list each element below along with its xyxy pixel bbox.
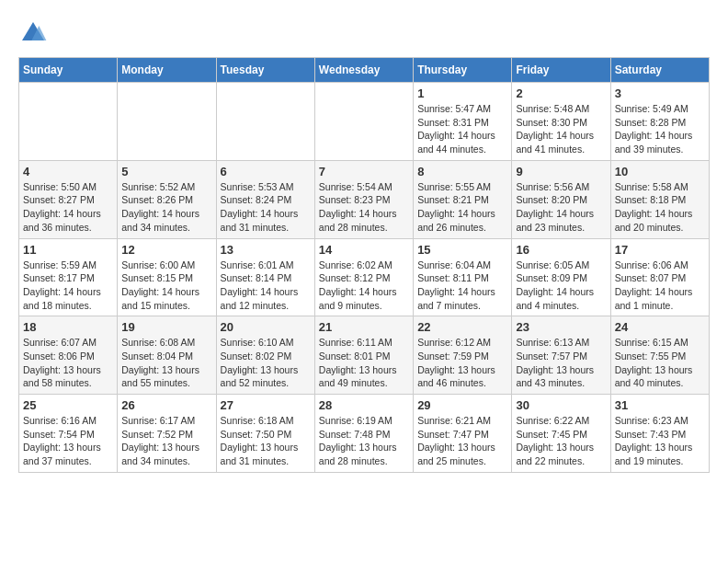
day-info: Sunrise: 5:59 AM Sunset: 8:17 PM Dayligh… [23, 259, 113, 313]
day-number: 10 [615, 165, 705, 178]
logo-icon [18, 18, 48, 48]
calendar-cell: 7Sunrise: 5:54 AM Sunset: 8:23 PM Daylig… [314, 160, 413, 238]
day-info: Sunrise: 6:08 AM Sunset: 8:04 PM Dayligh… [121, 336, 211, 390]
calendar-cell: 3Sunrise: 5:49 AM Sunset: 8:28 PM Daylig… [610, 83, 709, 161]
calendar-cell: 16Sunrise: 6:05 AM Sunset: 8:09 PM Dayli… [512, 238, 610, 316]
day-info: Sunrise: 6:16 AM Sunset: 7:54 PM Dayligh… [23, 414, 113, 468]
day-info: Sunrise: 6:21 AM Sunset: 7:47 PM Dayligh… [417, 414, 507, 468]
day-number: 28 [319, 398, 409, 412]
day-number: 5 [121, 165, 211, 178]
day-number: 1 [417, 86, 507, 100]
day-header-thursday: Thursday [414, 58, 512, 83]
week-row-5: 25Sunrise: 6:16 AM Sunset: 7:54 PM Dayli… [19, 395, 710, 473]
week-row-1: 1Sunrise: 5:47 AM Sunset: 8:31 PM Daylig… [19, 83, 710, 161]
day-number: 26 [121, 398, 211, 412]
calendar-cell: 30Sunrise: 6:22 AM Sunset: 7:45 PM Dayli… [512, 395, 610, 473]
calendar-cell: 8Sunrise: 5:55 AM Sunset: 8:21 PM Daylig… [414, 160, 512, 238]
calendar-header: SundayMondayTuesdayWednesdayThursdayFrid… [19, 58, 710, 83]
day-info: Sunrise: 6:15 AM Sunset: 7:55 PM Dayligh… [615, 336, 705, 390]
calendar-cell [19, 83, 118, 161]
day-number: 12 [121, 243, 211, 257]
day-header-friday: Friday [512, 58, 610, 83]
day-number: 24 [615, 320, 705, 334]
day-info: Sunrise: 6:23 AM Sunset: 7:43 PM Dayligh… [615, 414, 705, 468]
day-info: Sunrise: 5:50 AM Sunset: 8:27 PM Dayligh… [23, 180, 113, 235]
day-info: Sunrise: 6:05 AM Sunset: 8:09 PM Dayligh… [516, 259, 606, 313]
calendar-cell [216, 83, 314, 161]
day-number: 18 [23, 320, 113, 334]
calendar-cell: 5Sunrise: 5:52 AM Sunset: 8:26 PM Daylig… [118, 160, 216, 238]
calendar-cell: 19Sunrise: 6:08 AM Sunset: 8:04 PM Dayli… [118, 316, 216, 395]
day-number: 8 [417, 165, 507, 178]
week-row-3: 11Sunrise: 5:59 AM Sunset: 8:17 PM Dayli… [19, 238, 710, 316]
day-info: Sunrise: 5:56 AM Sunset: 8:20 PM Dayligh… [516, 180, 606, 235]
calendar-cell: 6Sunrise: 5:53 AM Sunset: 8:24 PM Daylig… [216, 160, 314, 238]
day-info: Sunrise: 6:04 AM Sunset: 8:11 PM Dayligh… [417, 259, 507, 313]
day-info: Sunrise: 6:19 AM Sunset: 7:48 PM Dayligh… [319, 414, 409, 468]
day-info: Sunrise: 5:47 AM Sunset: 8:31 PM Dayligh… [417, 102, 507, 156]
day-info: Sunrise: 6:02 AM Sunset: 8:12 PM Dayligh… [319, 259, 409, 313]
week-row-4: 18Sunrise: 6:07 AM Sunset: 8:06 PM Dayli… [19, 316, 710, 395]
day-number: 20 [221, 320, 311, 334]
calendar-cell: 11Sunrise: 5:59 AM Sunset: 8:17 PM Dayli… [19, 238, 118, 316]
day-number: 16 [516, 243, 606, 257]
calendar-cell: 28Sunrise: 6:19 AM Sunset: 7:48 PM Dayli… [314, 395, 413, 473]
calendar-cell: 23Sunrise: 6:13 AM Sunset: 7:57 PM Dayli… [512, 316, 610, 395]
calendar-cell: 9Sunrise: 5:56 AM Sunset: 8:20 PM Daylig… [512, 160, 610, 238]
day-number: 17 [615, 243, 705, 257]
day-number: 21 [319, 320, 409, 334]
day-header-tuesday: Tuesday [216, 58, 314, 83]
day-info: Sunrise: 6:01 AM Sunset: 8:14 PM Dayligh… [221, 259, 311, 313]
logo [18, 18, 51, 48]
calendar-cell: 10Sunrise: 5:58 AM Sunset: 8:18 PM Dayli… [610, 160, 709, 238]
day-number: 22 [417, 320, 507, 334]
week-row-2: 4Sunrise: 5:50 AM Sunset: 8:27 PM Daylig… [19, 160, 710, 238]
day-number: 6 [221, 165, 311, 178]
day-info: Sunrise: 6:06 AM Sunset: 8:07 PM Dayligh… [615, 259, 705, 313]
calendar-cell: 4Sunrise: 5:50 AM Sunset: 8:27 PM Daylig… [19, 160, 118, 238]
day-info: Sunrise: 6:22 AM Sunset: 7:45 PM Dayligh… [516, 414, 606, 468]
calendar-cell: 14Sunrise: 6:02 AM Sunset: 8:12 PM Dayli… [314, 238, 413, 316]
calendar-cell: 21Sunrise: 6:11 AM Sunset: 8:01 PM Dayli… [314, 316, 413, 395]
day-number: 30 [516, 398, 606, 412]
day-number: 15 [417, 243, 507, 257]
calendar-cell [314, 83, 413, 161]
calendar-cell: 27Sunrise: 6:18 AM Sunset: 7:50 PM Dayli… [216, 395, 314, 473]
day-info: Sunrise: 6:13 AM Sunset: 7:57 PM Dayligh… [516, 336, 606, 390]
calendar-table: SundayMondayTuesdayWednesdayThursdayFrid… [18, 57, 710, 473]
calendar-cell: 20Sunrise: 6:10 AM Sunset: 8:02 PM Dayli… [216, 316, 314, 395]
day-header-sunday: Sunday [19, 58, 118, 83]
day-info: Sunrise: 5:55 AM Sunset: 8:21 PM Dayligh… [417, 180, 507, 235]
day-header-saturday: Saturday [610, 58, 709, 83]
calendar-cell: 25Sunrise: 6:16 AM Sunset: 7:54 PM Dayli… [19, 395, 118, 473]
day-info: Sunrise: 6:12 AM Sunset: 7:59 PM Dayligh… [417, 336, 507, 390]
day-number: 19 [121, 320, 211, 334]
day-number: 3 [615, 86, 705, 100]
day-info: Sunrise: 5:54 AM Sunset: 8:23 PM Dayligh… [319, 180, 409, 235]
day-info: Sunrise: 6:07 AM Sunset: 8:06 PM Dayligh… [23, 336, 113, 390]
day-info: Sunrise: 6:17 AM Sunset: 7:52 PM Dayligh… [121, 414, 211, 468]
day-number: 25 [23, 398, 113, 412]
calendar-cell: 2Sunrise: 5:48 AM Sunset: 8:30 PM Daylig… [512, 83, 610, 161]
day-info: Sunrise: 6:00 AM Sunset: 8:15 PM Dayligh… [121, 259, 211, 313]
day-number: 27 [221, 398, 311, 412]
calendar-cell: 1Sunrise: 5:47 AM Sunset: 8:31 PM Daylig… [414, 83, 512, 161]
day-number: 31 [615, 398, 705, 412]
calendar-cell: 15Sunrise: 6:04 AM Sunset: 8:11 PM Dayli… [414, 238, 512, 316]
day-number: 23 [516, 320, 606, 334]
day-number: 9 [516, 165, 606, 178]
day-number: 11 [23, 243, 113, 257]
day-info: Sunrise: 5:58 AM Sunset: 8:18 PM Dayligh… [615, 180, 705, 235]
calendar-cell: 24Sunrise: 6:15 AM Sunset: 7:55 PM Dayli… [610, 316, 709, 395]
day-info: Sunrise: 5:52 AM Sunset: 8:26 PM Dayligh… [121, 180, 211, 235]
day-number: 7 [319, 165, 409, 178]
day-info: Sunrise: 6:11 AM Sunset: 8:01 PM Dayligh… [319, 336, 409, 390]
page-header [18, 18, 710, 48]
calendar-cell: 26Sunrise: 6:17 AM Sunset: 7:52 PM Dayli… [118, 395, 216, 473]
calendar-cell: 13Sunrise: 6:01 AM Sunset: 8:14 PM Dayli… [216, 238, 314, 316]
day-number: 14 [319, 243, 409, 257]
header-row: SundayMondayTuesdayWednesdayThursdayFrid… [19, 58, 710, 83]
day-number: 2 [516, 86, 606, 100]
calendar-cell: 29Sunrise: 6:21 AM Sunset: 7:47 PM Dayli… [414, 395, 512, 473]
calendar-cell: 17Sunrise: 6:06 AM Sunset: 8:07 PM Dayli… [610, 238, 709, 316]
